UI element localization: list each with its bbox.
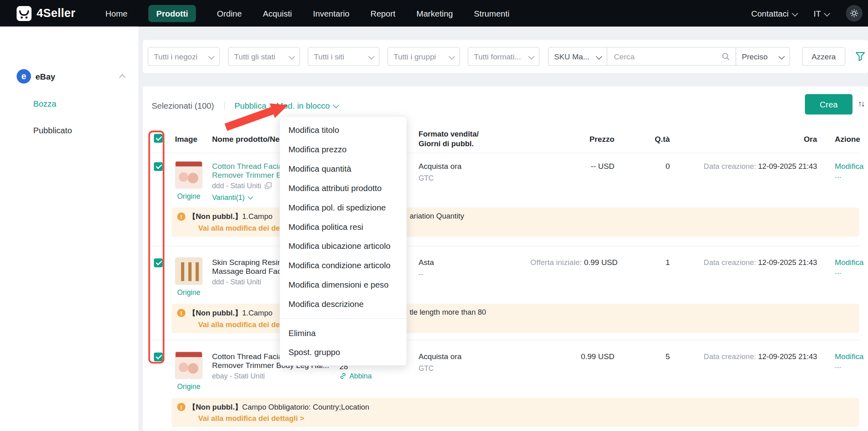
- filter-site-select[interactable]: Tutti i siti: [308, 47, 380, 66]
- quantity-cell: 5: [630, 352, 670, 361]
- filter-group-select[interactable]: Tutti i gruppi: [388, 47, 460, 66]
- col-header-action: Azione: [835, 135, 860, 143]
- sidebar-item-bozza[interactable]: Bozza: [33, 99, 56, 108]
- sidebar-item-pubblicato[interactable]: Pubblicato: [33, 126, 72, 135]
- chevron-down-icon: [248, 194, 253, 200]
- nav-prodotti[interactable]: Prodotti: [149, 5, 196, 22]
- store-info: ddd - Stati Uniti: [212, 181, 272, 190]
- product-image[interactable]: [175, 257, 202, 285]
- modify-link[interactable]: Modifica: [835, 352, 864, 361]
- language-selector[interactable]: IT: [813, 8, 829, 18]
- quantity-cell: 0: [630, 162, 670, 170]
- fix-details-link[interactable]: Vai alla modifica dei det: [198, 320, 282, 329]
- contact-menu[interactable]: Contattaci: [751, 8, 797, 18]
- chevron-down-icon: [528, 53, 534, 59]
- chevron-up-icon[interactable]: [119, 74, 125, 80]
- filter-group-value: Tutti i gruppi: [394, 52, 436, 61]
- chevron-down-icon: [209, 53, 215, 59]
- col-header-qty: Q.tà: [630, 135, 670, 143]
- brand[interactable]: 4Seller: [17, 6, 76, 21]
- create-button[interactable]: Crea: [805, 94, 853, 115]
- menu-item-modifica-dimensioni[interactable]: Modifica dimensioni e peso: [280, 275, 406, 294]
- divider: [280, 318, 406, 319]
- match-mode-select[interactable]: Preciso: [736, 47, 790, 66]
- menu-item-modifica-quantita[interactable]: Modifica quantità: [280, 159, 406, 178]
- match-label: Abbina: [349, 372, 371, 381]
- product-name-line1[interactable]: Cotton Thread Facia: [212, 352, 282, 361]
- product-image[interactable]: [175, 351, 202, 379]
- menu-item-modifica-prezzo[interactable]: Modifica prezzo: [280, 139, 406, 159]
- menu-item-modifica-attributi[interactable]: Modifica attributi prodotto: [280, 178, 406, 198]
- origin-tag: Origine: [175, 192, 203, 200]
- menu-item-elimina[interactable]: Elimina: [280, 323, 406, 343]
- fix-details-link[interactable]: Vai alla modifica dei dettagli >: [198, 414, 304, 423]
- store-info: ddd - Stati Uniti: [212, 278, 261, 286]
- match-link[interactable]: Abbina: [339, 372, 372, 381]
- funnel-filter-icon[interactable]: [855, 51, 866, 62]
- product-image[interactable]: [175, 161, 202, 189]
- menu-item-modifica-ubicazione[interactable]: Modifica ubicazione articolo: [280, 236, 406, 256]
- nav-acquisti[interactable]: Acquisti: [263, 8, 292, 18]
- time-value: 12-09-2025 21:43: [758, 162, 817, 170]
- product-list-panel: Selezionati (100) Pubblica Mod. in blocc…: [143, 86, 868, 431]
- settings-gear-icon[interactable]: [846, 5, 862, 21]
- modify-link[interactable]: Modifica: [835, 258, 864, 267]
- sale-duration: GTC: [419, 364, 434, 372]
- more-actions[interactable]: ...: [835, 170, 841, 179]
- origin-tag: Origine: [175, 383, 203, 391]
- time-label: Data creazione:: [704, 353, 758, 361]
- col-header-time: Ora: [696, 135, 817, 143]
- sort-order-icon[interactable]: ↑↓: [853, 99, 868, 108]
- brand-name: 4Seller: [36, 6, 75, 20]
- product-name-line2[interactable]: Massage Board Fac: [212, 267, 282, 275]
- menu-item-modifica-descrizione[interactable]: Modifica descrizione: [280, 294, 406, 314]
- menu-item-modifica-titolo[interactable]: Modifica titolo: [280, 120, 406, 139]
- product-name-line2[interactable]: Remover Trimmer B: [212, 170, 282, 179]
- search-icon[interactable]: [721, 52, 730, 61]
- chevron-down-icon: [596, 53, 602, 59]
- nav-home[interactable]: Home: [105, 8, 128, 18]
- menu-item-modifica-spedizione[interactable]: Modifica pol. di spedizione: [280, 198, 406, 217]
- origin-tag: Origine: [175, 288, 203, 297]
- sale-format: Asta: [419, 258, 434, 267]
- nav-marketing[interactable]: Marketing: [417, 8, 453, 18]
- filter-status-select[interactable]: Tutti gli stati: [228, 47, 300, 66]
- menu-item-sposta-gruppo[interactable]: Spost. gruppo: [280, 343, 406, 362]
- product-name-line1[interactable]: Cotton Thread Facia: [212, 162, 282, 170]
- variants-toggle[interactable]: Varianti(1): [212, 193, 253, 202]
- table-row: Origine Skin Scraping Resin Massage Boar…: [143, 254, 868, 349]
- nav-inventario[interactable]: Inventario: [313, 8, 350, 18]
- warning-text: 【Non pubbl.】1.Campo: [188, 308, 273, 318]
- nav-right: Contattaci IT: [751, 5, 862, 21]
- chevron-down-icon: [289, 53, 295, 59]
- search-input[interactable]: [613, 51, 721, 61]
- link-icon: [339, 372, 347, 380]
- filter-format-select[interactable]: Tutti formati...: [468, 47, 540, 66]
- annotation-rectangle: [148, 130, 164, 364]
- clear-filters-button[interactable]: Azzera: [802, 47, 845, 66]
- search-field-select[interactable]: SKU Ma...: [548, 47, 607, 66]
- modify-link[interactable]: Modifica: [835, 162, 864, 170]
- price-value: 0.99 USD: [581, 352, 614, 361]
- fix-details-link[interactable]: Vai alla modifica dei det: [198, 224, 282, 233]
- product-name-line1[interactable]: Skin Scraping Resin: [212, 258, 282, 267]
- sale-duration: --: [419, 270, 423, 279]
- copy-icon[interactable]: [265, 182, 272, 189]
- warning-banner: ! 【Non pubbl.】1.Campo ariation Quantity …: [172, 208, 859, 237]
- chevron-down-icon: [792, 10, 798, 16]
- nav-strumenti[interactable]: Strumenti: [474, 8, 510, 18]
- sidebar-channel-ebay[interactable]: eBay: [36, 72, 55, 81]
- warning-icon: !: [177, 309, 185, 317]
- filter-store-select[interactable]: Tutti i negozi: [148, 47, 220, 66]
- more-actions[interactable]: ...: [835, 361, 841, 370]
- time-label: Data creazione:: [704, 259, 758, 267]
- menu-item-modifica-resi[interactable]: Modifica politica resi: [280, 217, 406, 236]
- warning-badge: 【Non pubbl.】: [188, 309, 242, 317]
- more-actions[interactable]: ...: [835, 267, 841, 275]
- menu-item-modifica-condizione[interactable]: Modifica condizione articolo: [280, 256, 406, 275]
- sale-format: Acquista ora: [419, 352, 462, 361]
- price-cell: Offerta iniziale: 0.99 USD: [530, 258, 614, 267]
- nav-report[interactable]: Report: [371, 8, 396, 18]
- warning-text: 【Non pubbl.】1.Campo: [188, 212, 273, 222]
- nav-ordine[interactable]: Ordine: [217, 8, 242, 18]
